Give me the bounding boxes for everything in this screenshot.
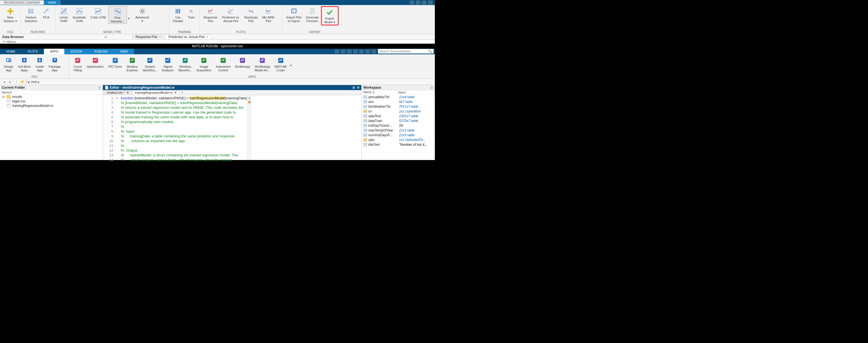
use-parallel-button[interactable]: Use Parallel (171, 6, 185, 23)
data-browser-collapse-icon[interactable]: ⊙ (104, 35, 107, 39)
qat-redo-icon[interactable] (366, 50, 370, 53)
panel-collapse-icon[interactable]: ⊙ (430, 86, 433, 89)
code-lines[interactable]: function [trainedModel, validationRMSE] … (119, 95, 247, 160)
generate-function-button[interactable]: Generate Function (304, 6, 321, 23)
tab-editor[interactable]: EDITOR (64, 49, 88, 54)
doc-search-input[interactable] (378, 50, 427, 53)
editor-tab-training[interactable]: trainingRegressionModel.m✕ (132, 90, 179, 95)
qat-copy-icon[interactable] (347, 50, 351, 53)
min-mse-plot-button[interactable]: Min MSE Plot (260, 6, 277, 23)
workspace-var[interactable]: hotDayThresh...29 (362, 123, 435, 128)
workspace-var[interactable]: ans8x7 table (362, 99, 435, 104)
app-4[interactable]: System Identifica... (141, 55, 160, 73)
nav-fwd-button[interactable]: ► (8, 80, 13, 84)
rl-doc-tab-predicted-vs-actual[interactable]: Predicted vs. Actual Plot✕ (165, 34, 211, 39)
tab-publish[interactable]: PUBLISH (88, 49, 114, 54)
rl-history-panel[interactable]: ▼History (0, 40, 435, 44)
app-1[interactable]: Optimization (85, 55, 106, 69)
tab-home[interactable]: HOME (0, 49, 22, 54)
fold-gutter[interactable]: ⊟ (115, 95, 119, 160)
app-2[interactable]: PID Tuner (106, 55, 124, 69)
model-quadratic-svm[interactable]: Quadratic SVM (70, 6, 88, 23)
workspace-var[interactable]: opts1x1 DelimitedTe... (362, 137, 435, 142)
predicted-vs-actual-button[interactable]: Predicted vs. Actual Plot (220, 6, 242, 23)
export-model-button[interactable]: Export Model ▾ (322, 7, 338, 24)
qat-cut-icon[interactable] (341, 50, 345, 53)
qat-help-icon[interactable] (372, 50, 376, 53)
app-3[interactable]: Modbus Explorer (124, 55, 141, 73)
workspace-var[interactable]: maxTempOfYear21x3 table (362, 128, 435, 133)
rl-tab-view[interactable]: VIEW (44, 0, 60, 5)
file-item[interactable]: ⊞results (0, 94, 103, 99)
model-fine-gaussian[interactable]: Fine Gaussia... (108, 6, 127, 24)
qat-undo-icon[interactable] (359, 50, 364, 53)
column-header[interactable]: Name ∠ (363, 90, 398, 94)
pca-button[interactable]: PCA (39, 6, 53, 20)
nav-folder-button[interactable]: 📂 (20, 80, 25, 84)
workspace-var[interactable]: cv1x1 cvpartition (362, 109, 435, 114)
install-app-button[interactable]: Install App (33, 55, 46, 73)
close-icon[interactable]: ✕ (159, 35, 161, 38)
app-10[interactable]: SimBiology Model An... (252, 55, 272, 73)
tab-apps[interactable]: APPS (44, 49, 64, 54)
qat-save-icon[interactable] (335, 50, 339, 53)
workspace-var[interactable]: titleText"Number of hot d... (362, 142, 435, 147)
workspace-var[interactable]: dataTest2301x7 table (362, 114, 435, 118)
app-5[interactable]: Signal Analyzer (160, 55, 176, 73)
editor-tab-untitled[interactable]: Untitled.mlx *✕ (104, 90, 131, 95)
workspace-var[interactable]: numHotDaysP...21x3 table (362, 133, 435, 137)
app-0[interactable]: Curve Fitting (71, 55, 85, 73)
search-icon[interactable]: 🔍 (427, 49, 433, 53)
panel-close-icon[interactable]: ✕ (357, 86, 360, 89)
app-11[interactable]: MATLAB Coder (272, 55, 289, 73)
app-6[interactable]: Wireless Wavefor... (176, 55, 194, 73)
editor-new-tab-button[interactable]: ＋ (180, 90, 184, 95)
path-segment[interactable]: mnt (31, 80, 37, 84)
nav-up-button[interactable]: ⤴ (14, 80, 19, 84)
expand-icon[interactable]: ⊞ (2, 95, 5, 99)
app-9[interactable]: SimBiology (232, 55, 252, 69)
rl-win-icon[interactable] (422, 1, 427, 4)
scroll-up-icon[interactable]: ▲ (248, 96, 251, 101)
rl-doc-tab-response-plot[interactable]: Response Plot✕ (132, 34, 164, 39)
workspace-var[interactable]: berWeatherTbl7671x7 table (362, 104, 435, 109)
model-linear-svm[interactable]: Linear SVM (57, 6, 70, 23)
doc-search[interactable]: 🔍 (378, 49, 434, 54)
model-gallery-dropdown[interactable]: ▾ (127, 6, 131, 30)
apps-gallery-dropdown[interactable]: ▾ (289, 55, 293, 75)
column-header[interactable]: Value (398, 91, 405, 94)
file-item[interactable]: tegel.csv (0, 99, 103, 104)
new-session-button[interactable]: New Session ▾ (2, 6, 19, 23)
code-warning-marker[interactable] (248, 101, 251, 103)
rl-tab-regression-learner[interactable]: REGRESSION LEARNER (0, 0, 44, 5)
file-item[interactable]: trainingRegressionModel.m (0, 104, 103, 108)
app-7[interactable]: Image Acquisition (194, 55, 214, 73)
train-button[interactable]: Train (185, 6, 198, 20)
rl-win-icon[interactable] (416, 1, 420, 4)
response-plot-button[interactable]: Response Plot (202, 6, 220, 23)
advanced-button[interactable]: Advanced ▾ (133, 6, 151, 23)
qat-paste-icon[interactable] (353, 50, 358, 53)
column-header[interactable]: Name (2, 91, 10, 94)
residuals-plot-button[interactable]: Residuals Plot (242, 6, 260, 23)
get-more-apps-button[interactable]: Get More Apps (16, 55, 33, 73)
package-app-button[interactable]: Package App (46, 55, 63, 73)
rl-win-icon[interactable] (410, 1, 414, 4)
export-plot-button[interactable]: Export Plot to Figure (284, 6, 304, 23)
workspace-var[interactable]: dataTrain5370x7 table (362, 118, 435, 123)
model-cubic-svm[interactable]: Cubic SVM (88, 6, 108, 20)
app-8[interactable]: Instrument Control (214, 55, 232, 73)
panel-menu-icon[interactable]: ⊙ (352, 86, 355, 89)
panel-collapse-icon[interactable]: ⊙ (98, 86, 101, 89)
tab-plots[interactable]: PLOTS (22, 49, 44, 54)
nav-back-button[interactable]: ◄ (2, 80, 7, 84)
feature-selection-button[interactable]: Feature Selection (22, 6, 39, 23)
editor-code-area[interactable]: 1234567891011121314 ⊟ function [trainedM… (103, 95, 361, 160)
close-icon[interactable]: ✕ (174, 91, 177, 94)
design-app-button[interactable]: Design App (2, 55, 16, 73)
workspace-var[interactable]: annualMaxTbl21x4 table (362, 94, 435, 99)
tab-view[interactable]: VIEW (114, 49, 134, 54)
close-icon[interactable]: ✕ (206, 35, 209, 38)
close-icon[interactable]: ✕ (126, 91, 129, 94)
rl-win-icon[interactable] (428, 1, 433, 4)
